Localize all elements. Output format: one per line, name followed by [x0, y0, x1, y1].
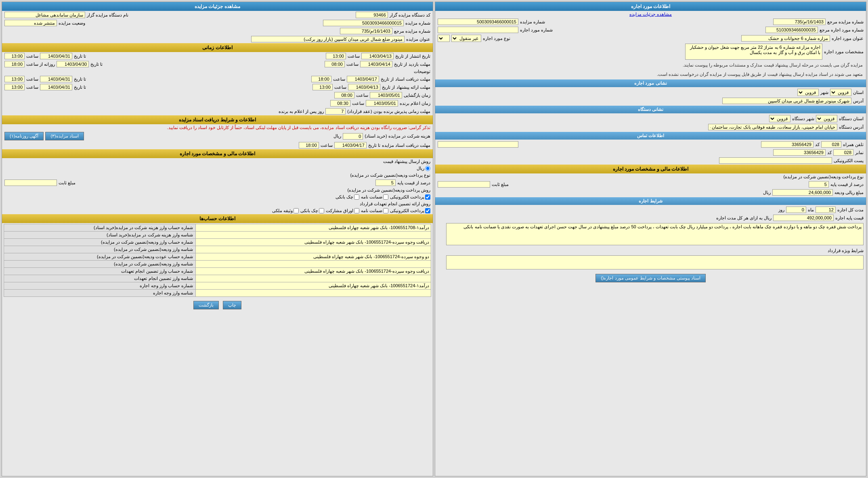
- electronic-payment-cb[interactable]: [425, 194, 430, 200]
- account-row-3: شناسه وارز ودیعه(تضمین شرکت در مزایده): [4, 246, 431, 253]
- submit-row: مهلت ارائه پیشنهاد از تاریخ ساعت تا تاری…: [2, 83, 433, 91]
- deadline-to-date-input[interactable]: [57, 61, 89, 67]
- phone-full-input[interactable]: [438, 141, 518, 148]
- phone-input[interactable]: [761, 141, 813, 148]
- tender-code-input[interactable]: [356, 12, 388, 18]
- status-input[interactable]: [4, 20, 57, 26]
- contract-electronic-label[interactable]: پرداخت الکترونیکی: [390, 208, 430, 213]
- item-title-input[interactable]: [741, 35, 830, 42]
- row-item-type: عنوان مورد اجاره نوع مورد اجاره غیر منقو…: [435, 34, 866, 43]
- contract-bank-check-cb[interactable]: [319, 208, 324, 213]
- days-input[interactable]: [786, 207, 806, 213]
- address-city-select[interactable]: قزوین: [797, 89, 819, 96]
- phone-code-input[interactable]: [821, 141, 841, 148]
- duration-row: مدت کل اجاره ماه روز: [435, 206, 866, 214]
- pub-to-date-input[interactable]: [40, 53, 72, 59]
- winner-date[interactable]: [366, 100, 398, 106]
- deadline-from-date-input[interactable]: [360, 61, 392, 67]
- contract-guarantee-cb[interactable]: [383, 208, 388, 213]
- guarantee-cb[interactable]: [383, 194, 388, 200]
- percent2-input[interactable]: [375, 180, 396, 186]
- ad-btn[interactable]: آگهی روزنامه(۱): [4, 132, 44, 140]
- title-input[interactable]: [251, 36, 405, 42]
- contract-participation-label[interactable]: اوراق مشارکت: [326, 208, 359, 213]
- back-button[interactable]: بازگشت: [193, 301, 219, 309]
- guarantee-label[interactable]: ضمانت نامه: [361, 194, 388, 200]
- amount-input[interactable]: [772, 189, 833, 196]
- currency-row: ریال: [2, 165, 433, 172]
- fax-input[interactable]: [773, 149, 826, 156]
- device-state-select[interactable]: قزوین: [816, 115, 837, 122]
- doc-deadline-from-date[interactable]: [347, 76, 379, 82]
- item-type-select[interactable]: غیر منقول: [451, 35, 481, 42]
- item-ref-num-input[interactable]: [765, 27, 818, 33]
- payment-type2-row: نوع پرداخت ودیعه(تضمین شرکت در مزایده): [2, 172, 433, 179]
- system-name-input[interactable]: [4, 12, 85, 18]
- doc-btn[interactable]: اسناد مزایده(۳): [45, 132, 84, 140]
- currency-radio-label[interactable]: ریال: [417, 166, 430, 171]
- contract-days-input[interactable]: [325, 108, 346, 115]
- special-conditions-textarea[interactable]: [446, 255, 864, 269]
- conditions-textarea[interactable]: پرداخت شش قفره چک دو ماهه و یا دوازده قف…: [446, 223, 864, 245]
- tender-num-input[interactable]: [438, 19, 518, 25]
- percent-input[interactable]: [809, 181, 829, 188]
- electronic-payment-label[interactable]: پرداخت الکترونیکی: [390, 194, 430, 200]
- submit-from-time[interactable]: [312, 84, 333, 90]
- docs-button[interactable]: اسناد پیوستی مشخصات و شرایط عمومی مورد ا…: [595, 274, 706, 282]
- contract-guarantee-label[interactable]: ضمانت نامه: [361, 208, 388, 213]
- submit-from-date[interactable]: [348, 84, 380, 90]
- device-city-select[interactable]: قزوین: [769, 115, 790, 122]
- contract-property-label[interactable]: وثیقه ملکی: [272, 208, 299, 213]
- print-button[interactable]: چاپ: [223, 301, 241, 309]
- base-rent-input[interactable]: [773, 215, 834, 221]
- fax-code-input[interactable]: [833, 149, 853, 156]
- bank-check-cb[interactable]: [354, 194, 359, 200]
- address-state-select[interactable]: قزوین: [830, 89, 851, 96]
- pub-from-date-input[interactable]: [361, 53, 394, 59]
- winner-time[interactable]: [330, 100, 350, 106]
- doc-fee-input[interactable]: [343, 133, 363, 140]
- email-input[interactable]: [719, 157, 832, 164]
- doc-fee-row: هزینه شرکت در مزایده (خرید اسناد) ریال ا…: [2, 131, 433, 141]
- review-time[interactable]: [334, 92, 354, 98]
- doc-deadline-from-time[interactable]: [311, 76, 331, 82]
- doc-deadline2-time[interactable]: [299, 142, 319, 148]
- submit-to-date[interactable]: [40, 84, 72, 90]
- deadline-to-time-input[interactable]: [4, 61, 25, 67]
- address-input[interactable]: [722, 98, 851, 104]
- pub-from-time-input[interactable]: [326, 53, 346, 59]
- contract-property-cb[interactable]: [294, 208, 299, 213]
- right-panel-title: مشاهده جزئیات مزایده: [2, 2, 433, 11]
- bank-check-label[interactable]: چک بانکی: [335, 194, 359, 200]
- description-textarea[interactable]: اجاره مزارعه شماره 6 به متراژ 22 متر مرب…: [685, 44, 822, 60]
- fixed2-input[interactable]: [4, 180, 57, 186]
- r-tender-num-input[interactable]: [323, 20, 404, 26]
- item-type-extra[interactable]: [438, 35, 450, 42]
- pub-to-time-input[interactable]: [4, 53, 25, 59]
- contract-methods-row: روش ارائه تضمین انجام تعهدات قرارداد: [2, 200, 433, 207]
- item-num-input[interactable]: [438, 27, 518, 33]
- review-date[interactable]: [370, 92, 402, 98]
- account-label-9: شناسه وارز وجه اجاره: [4, 290, 196, 297]
- doc-section-header: اطلاعات و شرایط دریافت اسناد مزایده: [2, 115, 433, 124]
- fixed-input[interactable]: [438, 181, 490, 188]
- tender-ref-num-input[interactable]: [773, 19, 826, 25]
- details-link[interactable]: مشاهده جزئیات مزایده: [629, 12, 672, 17]
- contract-bank-check-label[interactable]: چک بانکی: [300, 208, 324, 213]
- contract-electronic-cb[interactable]: [425, 208, 430, 213]
- deadline-from-time-input[interactable]: [325, 61, 345, 67]
- months-input[interactable]: [816, 207, 836, 213]
- contract-participation-cb[interactable]: [354, 208, 359, 213]
- device-address-input[interactable]: [708, 124, 837, 130]
- doc-deadline-to-date[interactable]: [40, 76, 72, 82]
- doc-deadline-to-time[interactable]: [4, 76, 25, 82]
- title-row: عنوان مزایده: [2, 35, 433, 43]
- currency-radio[interactable]: [425, 166, 430, 171]
- doc-deadline2-date[interactable]: [334, 142, 367, 148]
- r-ref-num-input[interactable]: [340, 28, 392, 34]
- submit-to-time[interactable]: [4, 84, 25, 90]
- account-row-0: درآمد۱-1006551708- بانک شهر شعبه چهاراه …: [4, 224, 431, 232]
- info-text-2: متعهد می شوند در اسناد مزایده ارسال پیشن…: [435, 70, 866, 79]
- time-section-header: اطلاعات زمانی: [2, 43, 433, 52]
- special-conditions-label-row: شرایط ویژه قرارداد: [435, 247, 866, 254]
